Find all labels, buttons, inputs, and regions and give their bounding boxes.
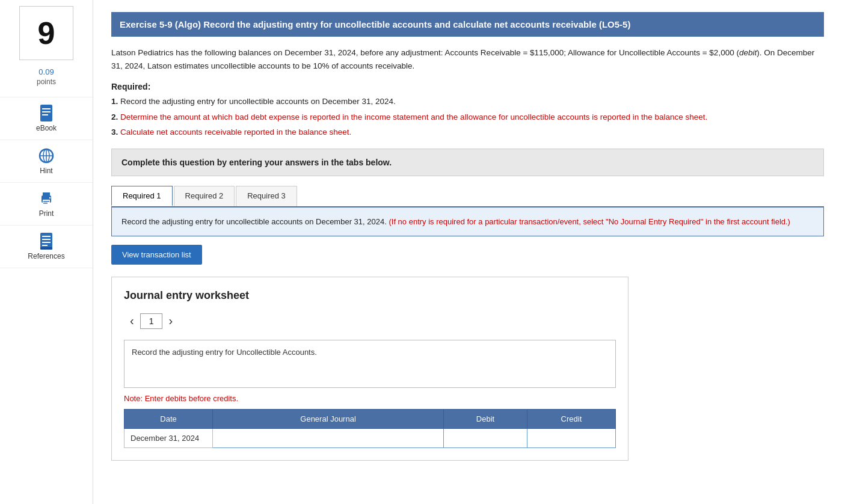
debit-cell[interactable] <box>444 429 527 448</box>
exercise-title: Exercise 5-9 (Algo) Record the adjusting… <box>111 12 824 37</box>
entry-description: Record the adjusting entry for Uncollect… <box>124 340 616 388</box>
journal-table: Date General Journal Debit Credit Decemb… <box>124 409 616 448</box>
debit-input[interactable] <box>450 432 521 444</box>
tab-required-1[interactable]: Required 1 <box>111 186 173 206</box>
question-number: 9 <box>38 15 55 51</box>
hint-label: Hint <box>40 167 52 175</box>
header-debit: Debit <box>444 410 527 429</box>
header-general-journal: General Journal <box>213 410 444 429</box>
tab-note-text: (If no entry is required for a particula… <box>389 217 790 226</box>
requirement-1: 1. Record the adjusting entry for uncoll… <box>111 95 824 108</box>
credit-input[interactable] <box>533 432 609 444</box>
svg-rect-19 <box>40 247 52 250</box>
svg-rect-9 <box>43 192 50 197</box>
svg-rect-14 <box>40 233 52 250</box>
svg-rect-18 <box>42 245 48 246</box>
tab-main-text: Record the adjusting entry for uncollect… <box>121 217 387 226</box>
general-journal-input[interactable] <box>219 432 437 444</box>
complete-banner: Complete this question by entering your … <box>111 149 824 176</box>
svg-rect-11 <box>43 201 49 202</box>
header-date: Date <box>124 410 213 429</box>
prev-page-arrow[interactable]: ‹ <box>124 312 140 330</box>
note-text: Note: Enter debits before credits. <box>124 394 616 403</box>
sidebar: 9 0.09 points eBook Hint <box>0 0 93 504</box>
tabs-container: Required 1 Required 2 Required 3 <box>111 186 824 207</box>
tab-required-2[interactable]: Required 2 <box>174 186 235 206</box>
required-label: Required: <box>111 82 824 91</box>
worksheet-title: Journal entry worksheet <box>124 289 616 302</box>
required-section: Required: 1. Record the adjusting entry … <box>111 82 824 139</box>
svg-rect-2 <box>42 111 51 112</box>
svg-rect-3 <box>42 114 48 115</box>
svg-rect-0 <box>40 105 52 121</box>
date-cell: December 31, 2024 <box>124 429 213 448</box>
credit-cell[interactable] <box>527 429 615 448</box>
tab-content: Record the adjusting entry for uncollect… <box>111 207 824 237</box>
main-content: Exercise 5-9 (Algo) Record the adjusting… <box>93 0 842 504</box>
requirement-2: 2. Determine the amount at which bad deb… <box>111 111 824 124</box>
page-nav: ‹ 1 › <box>124 312 616 330</box>
references-label: References <box>28 252 64 260</box>
worksheet-container: Journal entry worksheet ‹ 1 › Record the… <box>111 277 628 461</box>
ebook-label: eBook <box>36 124 57 132</box>
points-label: points <box>37 78 56 86</box>
sidebar-item-references[interactable]: References <box>0 225 93 268</box>
header-credit: Credit <box>527 410 615 429</box>
next-page-arrow[interactable]: › <box>162 312 179 330</box>
view-transaction-list-button[interactable]: View transaction list <box>111 245 202 265</box>
ref-icon <box>38 233 55 250</box>
globe-icon <box>38 147 55 164</box>
svg-rect-15 <box>42 236 51 237</box>
page-number-box: 1 <box>140 313 163 329</box>
problem-text: Latson Pediatrics has the following bala… <box>111 46 824 72</box>
sidebar-item-hint[interactable]: Hint <box>0 140 93 182</box>
points-value: 0.09 <box>38 67 54 76</box>
question-number-box: 9 <box>19 6 73 60</box>
svg-rect-16 <box>42 239 51 240</box>
general-journal-cell[interactable] <box>213 429 444 448</box>
svg-rect-1 <box>42 108 51 109</box>
requirement-3: 3. Calculate net accounts receivable rep… <box>111 126 824 139</box>
print-icon <box>38 190 55 207</box>
tab-required-3[interactable]: Required 3 <box>236 186 297 206</box>
svg-rect-17 <box>42 242 51 243</box>
book-icon <box>38 105 55 121</box>
table-row: December 31, 2024 <box>124 429 616 448</box>
print-label: Print <box>39 209 54 218</box>
svg-rect-12 <box>43 203 48 204</box>
sidebar-item-print[interactable]: Print <box>0 182 93 225</box>
sidebar-item-ebook[interactable]: eBook <box>0 97 93 140</box>
svg-rect-10 <box>43 200 50 204</box>
svg-point-13 <box>49 197 51 198</box>
